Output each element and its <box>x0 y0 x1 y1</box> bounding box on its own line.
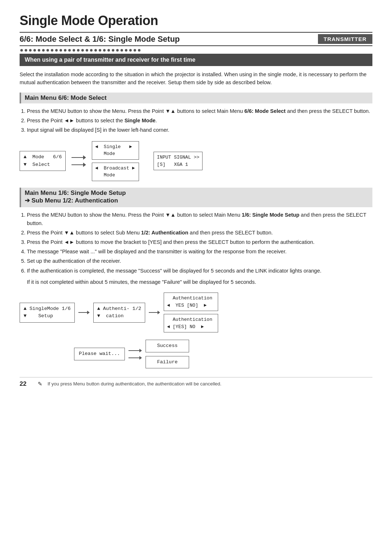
diagram2: ▲ SingleMode 1/6 ▼ Setup ▲ Authenti- 1/2… <box>20 293 372 368</box>
menu-box-mode-select: ▲ Mode 6/6 ▼ Select <box>20 151 66 171</box>
singlemode-setup-box: ▲ SingleMode 1/6 ▼ Setup <box>20 303 75 323</box>
subsection1-steps: Press the MENU button to show the Menu. … <box>27 107 372 135</box>
page-title: Single Mode Operation <box>20 13 372 28</box>
input-signal-box: INPUT SIGNAL >> [S] XGA 1 <box>154 152 203 170</box>
menu-group-modes: ◄ Single ► Mode ◄ Broadcast ► Mode <box>92 141 139 181</box>
step1-1: Press the MENU button to show the Menu. … <box>27 107 372 115</box>
footer-note: If you press Menu button during authenti… <box>48 381 221 387</box>
section-title: 6/6: Mode Select & 1/6: Single Mode Setu… <box>20 34 318 44</box>
please-wait-box: Please wait... <box>74 348 125 360</box>
auth-yes-no2-box: Authentication ◄ [YES] NO ► <box>164 314 218 332</box>
transmitter-badge: TRANSMITTER <box>318 34 373 44</box>
step2-4: The message "Please wait ..." will be di… <box>27 248 372 256</box>
note-icon: ✎ <box>38 381 42 387</box>
step2-5: Set up the authentication of the receive… <box>27 257 372 265</box>
section-header: 6/6: Mode Select & 1/6: Single Mode Setu… <box>20 32 372 46</box>
subsection2-steps: Press the MENU button to show the Menu. … <box>27 211 372 275</box>
step1-2: Press the Point ◄► buttons to select the… <box>27 116 372 125</box>
diagram1: ▲ Mode 6/6 ▼ Select ◄ Single ► Mode ◄ Br… <box>20 141 372 181</box>
step2-1: Press the MENU button to show the Menu. … <box>27 211 372 228</box>
page-number: 22 <box>20 380 33 388</box>
step2-note: If it is not completed within about 5 mi… <box>27 278 372 286</box>
auth-yes-no-box: Authentication ◄ YES [NO] ► <box>164 293 218 311</box>
authentication-menu-box: ▲ Authenti- 1/2 ▼ cation <box>93 303 146 323</box>
single-mode-box: ◄ Single ► Mode <box>92 141 139 160</box>
subsection2-subtitle: ➔ Sub Menu 1/2: Authentication <box>25 197 369 204</box>
success-box: Success <box>146 340 189 352</box>
step2-3: Press the Point ◄► buttons to move the b… <box>27 238 372 246</box>
step2-2: Press the Point ▼▲ buttons to select Sub… <box>27 229 372 237</box>
intro-text: Select the installation mode according t… <box>20 70 372 87</box>
subsection1-header: Main Menu 6/6: Mode Select <box>20 93 372 103</box>
page-footer: 22 ✎ If you press Menu button during aut… <box>20 377 372 388</box>
subsection2-title: Main Menu 1/6: Single Mode Setup <box>25 189 369 197</box>
subsection2-header: Main Menu 1/6: Single Mode Setup ➔ Sub M… <box>20 188 372 207</box>
step1-3: Input signal will be displayed [S] in th… <box>27 126 372 134</box>
dots-row <box>20 49 372 52</box>
failure-box: Failure <box>146 356 189 368</box>
warning-box: When using a pair of transmitter and rec… <box>20 54 372 66</box>
broadcast-mode-box: ◄ Broadcast ► Mode <box>92 163 139 181</box>
step2-6: If the authentication is completed, the … <box>27 267 372 275</box>
